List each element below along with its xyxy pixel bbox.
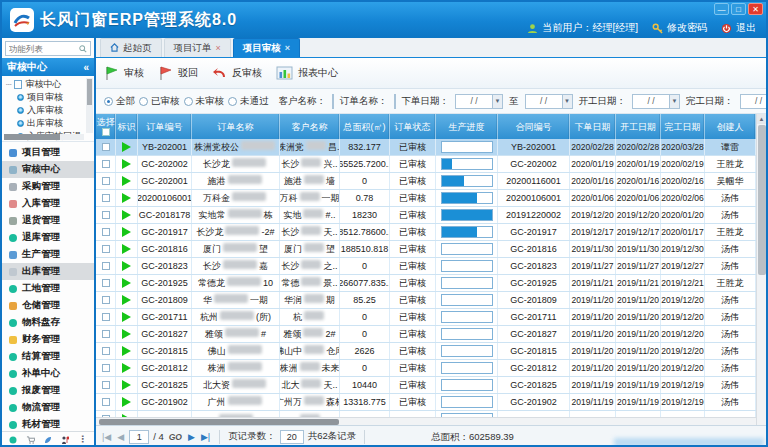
column-header-总面积(㎡)[interactable]: 总面积(㎡)	[340, 114, 390, 139]
module-item[interactable]: 出库管理	[2, 263, 94, 280]
table-row[interactable]: GC-201925常德龙10常德景..266077.835..已审核GC-201…	[96, 275, 756, 292]
radio-未审核[interactable]: 未审核	[184, 95, 225, 108]
table-row[interactable]: GC-202002长沙龙长沙兴..65525.7200..已审核GC-20200…	[96, 156, 756, 173]
table-row[interactable]: GC-201816厦门望厦门望188510.818已审核GC-201816201…	[96, 241, 756, 258]
collapse-sidebar-icon[interactable]: «	[83, 62, 89, 73]
column-header-开工日期[interactable]: 开工日期	[616, 114, 661, 139]
calendar-dropdown-icon[interactable]: ▼	[492, 95, 502, 108]
page-size-input[interactable]: 20	[280, 430, 304, 444]
table-row[interactable]: GC-2018178实地常栋实地#..18230已审核2019122000220…	[96, 207, 756, 224]
table-row[interactable]: GC-201917长沙龙-2#长沙天..8512.78600..已审核GC-20…	[96, 224, 756, 241]
row-checkbox[interactable]	[102, 262, 110, 270]
order-date-input[interactable]: / /▼	[455, 94, 503, 109]
radio-icon[interactable]	[228, 97, 237, 106]
row-checkbox[interactable]	[102, 330, 110, 338]
column-header-生产进度[interactable]: 生产进度	[436, 114, 498, 139]
module-item[interactable]: 采购管理	[2, 178, 94, 195]
cart-icon[interactable]	[26, 436, 35, 444]
order-date-end-input[interactable]: / /▼	[525, 94, 573, 109]
table-row[interactable]: GC-201815佛山佛山中仓库2626已审核GC-2018152019/11/…	[96, 343, 756, 360]
row-checkbox[interactable]	[102, 347, 110, 355]
table-row[interactable]: GC-202001施港施港墙0已审核202001160012020/01/162…	[96, 173, 756, 190]
table-row[interactable]: YB-202001株洲党校公株洲党昌..832.177已审核YB-2020012…	[96, 139, 756, 156]
row-checkbox[interactable]	[102, 177, 110, 185]
grid-vertical-scrollbar[interactable]: ▲	[756, 114, 766, 425]
module-item[interactable]: 物流管理	[2, 399, 94, 416]
page-number-input[interactable]: 1	[129, 430, 149, 444]
module-item[interactable]: 退库管理	[2, 229, 94, 246]
radio-icon[interactable]	[184, 97, 193, 106]
row-checkbox[interactable]	[102, 279, 110, 287]
calendar-dropdown-icon[interactable]: ▼	[562, 95, 572, 108]
toolbar-button-审核[interactable]: 审核	[104, 65, 144, 81]
module-item[interactable]: 生产管理	[2, 246, 94, 263]
scroll-up-icon[interactable]: ▲	[757, 114, 767, 124]
module-item[interactable]: 财务管理	[2, 331, 94, 348]
radio-已审核[interactable]: 已审核	[139, 95, 180, 108]
radio-icon[interactable]	[104, 97, 113, 106]
column-header-合同编号[interactable]: 合同编号	[498, 114, 570, 139]
sidebar-panel-header[interactable]: 审核中心 «	[2, 58, 94, 76]
module-item[interactable]: 报废管理	[2, 382, 94, 399]
dot-icon[interactable]	[9, 436, 17, 444]
row-checkbox[interactable]	[102, 160, 110, 168]
tree-root-audit-center[interactable]: ┄ 审核中心	[6, 78, 84, 91]
row-checkbox[interactable]	[102, 364, 110, 372]
tree-horizontal-scrollbar[interactable]	[4, 134, 84, 140]
row-checkbox[interactable]	[102, 296, 110, 304]
row-checkbox[interactable]	[102, 194, 110, 202]
radio-icon[interactable]	[139, 97, 148, 106]
row-checkbox[interactable]	[102, 398, 110, 406]
finish-date-input[interactable]: / /	[740, 94, 767, 109]
calendar-dropdown-icon[interactable]: ▼	[669, 95, 679, 108]
prev-page-button[interactable]: ◀	[116, 432, 125, 442]
column-header-下单日期[interactable]: 下单日期	[570, 114, 616, 139]
column-header-创建人[interactable]: 创建人	[705, 114, 756, 139]
close-tab-icon[interactable]: ×	[216, 43, 221, 53]
toolbar-button-报表中心[interactable]: 报表中心	[276, 66, 338, 81]
row-checkbox[interactable]	[102, 211, 110, 219]
module-item[interactable]: 入库管理	[2, 195, 94, 212]
table-row[interactable]: GC-201902广州广州万森林13318.775已审核GC-201902201…	[96, 394, 756, 411]
radio-全部[interactable]: 全部	[104, 95, 135, 108]
minimize-button[interactable]: —	[714, 3, 729, 15]
customer-name-input[interactable]	[332, 94, 334, 109]
last-page-button[interactable]: ▶|	[200, 432, 211, 442]
column-header-选择[interactable]: 选择	[96, 114, 116, 139]
table-row[interactable]: GC-201711杭州(所)杭0已审核GC-2017112019/11/2020…	[96, 309, 756, 326]
tab-起始页[interactable]: 起始页	[100, 38, 162, 57]
row-checkbox[interactable]	[102, 381, 110, 389]
first-page-button[interactable]: |◀	[101, 432, 112, 442]
next-page-button[interactable]: ▶	[187, 432, 196, 442]
logout-button[interactable]: 退出	[721, 21, 756, 35]
function-search[interactable]	[5, 41, 91, 56]
table-row[interactable]: GC-201823长沙嘉长沙之..0已审核GC-2018232019/11/27…	[96, 258, 756, 275]
module-item[interactable]: 耗材管理	[2, 416, 94, 431]
module-item[interactable]: 审核中心	[2, 161, 94, 178]
toolbar-button-驳回[interactable]: 驳回	[158, 65, 198, 81]
table-row[interactable]: GC-201812株洲株洲未来0已审核GC-2018122019/11/2020…	[96, 360, 756, 377]
column-header-订单编号[interactable]: 订单编号	[138, 114, 192, 139]
tree-item-出库审核[interactable]: 出库审核	[6, 117, 84, 130]
module-item[interactable]: 结算管理	[2, 348, 94, 365]
row-checkbox[interactable]	[102, 245, 110, 253]
go-button[interactable]: GO	[169, 432, 182, 442]
close-tab-icon[interactable]: ×	[285, 43, 290, 53]
row-checkbox[interactable]	[102, 143, 110, 151]
select-all-checkbox[interactable]	[102, 128, 110, 136]
table-row[interactable]: GC-201809华一期华润期85.25已审核GC-2018092019/11/…	[96, 292, 756, 309]
module-item[interactable]: 仓储管理	[2, 297, 94, 314]
module-item[interactable]: 补单中心	[2, 365, 94, 382]
person-flag-icon[interactable]	[61, 436, 69, 444]
table-row[interactable]: GC-201827雅颂#雅颂2#0已审核GC-2018272019/11/202…	[96, 326, 756, 343]
module-item[interactable]: 退货管理	[2, 212, 94, 229]
table-row[interactable]: GC-201825北大资北大天..10440已审核GC-2018252019/1…	[96, 377, 756, 394]
row-checkbox[interactable]	[102, 313, 110, 321]
column-header-客户名称[interactable]: 客户名称	[280, 114, 340, 139]
tab-项目审核[interactable]: 项目审核×	[233, 38, 300, 57]
tab-项目订单[interactable]: 项目订单×	[164, 38, 231, 57]
tree-item-入库审核[interactable]: 入库审核	[6, 104, 84, 117]
close-button[interactable]: ✕	[748, 3, 763, 15]
column-header-标识[interactable]: 标识	[116, 114, 138, 139]
tree-vertical-scrollbar[interactable]	[86, 78, 93, 133]
